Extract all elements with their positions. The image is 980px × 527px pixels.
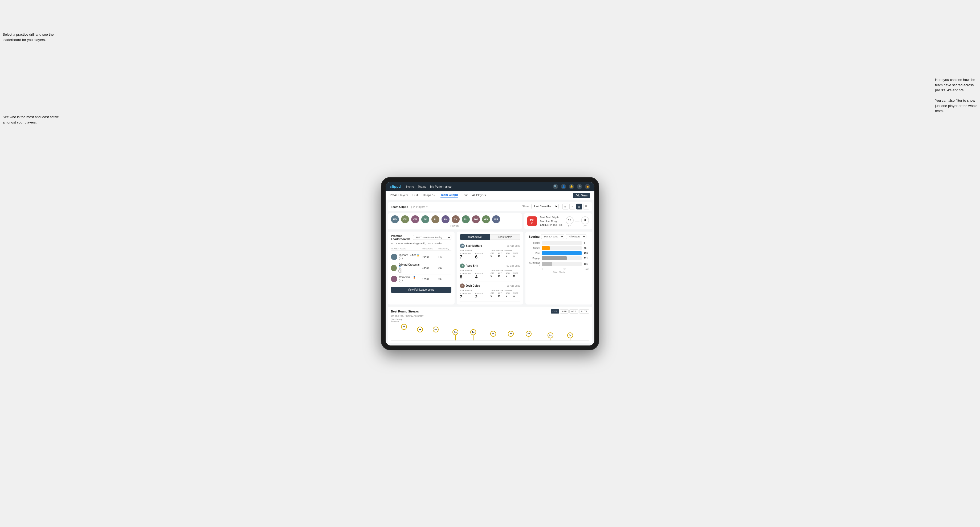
streak-point-7: 4x <box>508 331 514 340</box>
scoring-filter-players[interactable]: All Players <box>566 234 586 239</box>
tab-most-active[interactable]: Most Active <box>460 234 490 240</box>
chart-row-birdies: Birdies 96 <box>529 246 589 250</box>
avatar-9[interactable]: BM <box>472 215 480 223</box>
avatar-8[interactable]: RH <box>462 215 470 223</box>
streak-point-6: 4x <box>490 331 496 340</box>
search-icon[interactable]: 🔍 <box>553 184 558 189</box>
person-icon[interactable]: 👤 <box>561 184 566 189</box>
show-label: Show: <box>522 205 530 208</box>
activity-name-2: RB Rees Britt <box>460 264 478 268</box>
avatar-4[interactable]: JC <box>421 215 429 223</box>
avatar-5[interactable]: PL <box>431 215 439 223</box>
streak-btn-app[interactable]: APP <box>560 309 568 314</box>
avatar-1[interactable]: RB <box>391 215 399 223</box>
rounds-group-1: Total Rounds Tournament 7 Practice 6 <box>460 249 490 260</box>
shot-dist-detail: Shot Dist: 16 yds <box>540 215 562 219</box>
subnav-all-players[interactable]: All Players <box>472 194 486 197</box>
bell-icon[interactable]: 🔔 <box>569 184 574 189</box>
right-circle-label: yds <box>581 224 589 226</box>
team-name: Team Clippd <box>391 205 408 208</box>
card-view-icon[interactable]: ▦ <box>576 204 582 210</box>
chart-bar-container-double-bogeys <box>542 262 582 266</box>
activity-date-2: 02 Sep 2023 <box>506 265 520 267</box>
player-info-1: Richard Butler 🥇 1 <box>391 254 422 260</box>
screen: clippd Home Teams My Performance 🔍 👤 🔔 ⚙… <box>386 182 594 346</box>
activity-avatar-1: BM <box>460 243 465 248</box>
avatar-6[interactable]: AM <box>442 215 450 223</box>
chart-value-birdies: 96 <box>584 247 589 249</box>
scoring-filter-par[interactable]: Par 3, 4 & 5s <box>541 234 564 239</box>
player-name-3: Cameron... 🥉 <box>399 276 416 279</box>
chart-bar-double-bogeys <box>542 262 552 266</box>
score-2: 18/20 <box>422 267 438 269</box>
streak-badge-5: 5x <box>470 329 476 335</box>
streak-btn-ott[interactable]: OTT <box>551 309 559 314</box>
avatar-icon[interactable]: 🧑 <box>585 184 590 189</box>
app-group-1: APP 0 <box>498 252 505 257</box>
chart-bar-birdies <box>542 246 550 250</box>
streak-point-2: 6x <box>417 327 423 340</box>
chart-row-bogeys: Bogeys 311 <box>529 256 589 260</box>
nav-home[interactable]: Home <box>406 185 414 188</box>
ott-group-1: OTT 0 <box>490 252 498 257</box>
avg-2: 107 <box>438 267 451 269</box>
chart-value-double-bogeys: 131 <box>584 263 589 265</box>
activity-row-3: JC Josh Coles 26 Aug 2023 Total Rounds T… <box>460 282 520 302</box>
practice-label-1: Practice <box>475 252 490 255</box>
streak-point-10: 3x <box>567 332 573 340</box>
streak-badge-10: 3x <box>567 332 573 338</box>
activities-nums-2: OTT0 APP0 ARG0 PUTT0 <box>490 272 520 277</box>
rounds-label-1: Total Rounds <box>460 249 490 252</box>
show-dropdown[interactable]: Last 3 months Last 6 months Last 12 mont… <box>531 204 559 209</box>
nav-icons: 🔍 👤 🔔 ⚙ 🧑 <box>553 184 590 189</box>
streak-btn-putt[interactable]: PUTT <box>579 309 589 314</box>
streak-point-3: 6x <box>433 327 439 340</box>
activities-label-3: Total Practice Activities <box>490 289 520 292</box>
player-name-rank-2: Edward Crossman 🥈 2 <box>398 263 422 273</box>
putt-group-1: PUTT 1 <box>513 252 520 257</box>
view-icons: ⊞ ≡ ▦ ☰ <box>562 204 589 210</box>
practice-group-2: Practice 4 <box>475 272 490 279</box>
subnav-pga[interactable]: PGA <box>412 194 418 197</box>
subnav-team-clippd[interactable]: Team Clippd <box>441 193 458 197</box>
activity-avatar-2: RB <box>460 264 465 268</box>
activity-date-3: 26 Aug 2023 <box>507 284 520 287</box>
scoring-card: Scoring Par 3, 4 & 5s All Players Eagles <box>525 232 592 305</box>
add-team-button[interactable]: Add Team <box>573 193 590 198</box>
streak-btn-arg[interactable]: ARG <box>570 309 578 314</box>
leaderboard-row-3: Cameron... 🥉 3 17/20 103 <box>391 275 451 284</box>
subnav-tour[interactable]: Tour <box>462 194 468 197</box>
streak-badge-4: 5x <box>452 329 458 335</box>
streak-line-9 <box>550 338 550 340</box>
subnav-hcaps[interactable]: Hcaps 1-5 <box>423 194 436 197</box>
col-pb-avg: PB AVG SQ <box>438 248 451 250</box>
avg-1: 110 <box>438 256 451 259</box>
avg-3: 103 <box>438 278 451 281</box>
leaderboard-dropdown[interactable]: PUTT Must Make Putting ... <box>413 235 451 240</box>
avatar-11[interactable]: WP <box>492 215 500 223</box>
chart-label-birdies: Birdies <box>529 247 540 249</box>
settings-icon[interactable]: ⚙ <box>577 184 582 189</box>
rounds-group-3: Total Rounds Tournament 7 Practice 2 <box>460 289 490 300</box>
rounds-row-1: Tournament 7 Practice 6 <box>460 252 490 259</box>
tournament-label-1: Tournament <box>460 252 474 255</box>
avatar-7[interactable]: TK <box>452 215 460 223</box>
view-full-leaderboard-button[interactable]: View Full Leaderboard <box>391 287 451 293</box>
grid-view-icon[interactable]: ⊞ <box>562 204 568 210</box>
tab-least-active[interactable]: Least Active <box>490 234 520 240</box>
nav-my-performance[interactable]: My Performance <box>430 185 452 188</box>
chart-label-eagles: Eagles <box>529 242 540 244</box>
activity-row-2: RB Rees Britt 02 Sep 2023 Total Rounds T… <box>460 262 520 282</box>
nav-teams[interactable]: Teams <box>418 185 426 188</box>
avatar-3[interactable]: CM <box>411 215 419 223</box>
practice-val-1: 6 <box>475 255 490 259</box>
tablet-frame: clippd Home Teams My Performance 🔍 👤 🔔 ⚙… <box>381 177 599 350</box>
list-view-icon[interactable]: ☰ <box>583 204 589 210</box>
avatar-10[interactable]: GS <box>482 215 490 223</box>
chart-value-eagles: 3 <box>584 242 589 244</box>
avatar-2[interactable]: EC <box>401 215 409 223</box>
table-view-icon[interactable]: ≡ <box>570 204 575 210</box>
subnav-pgat[interactable]: PGAT Players <box>390 194 408 197</box>
streak-point-1: 7x <box>401 324 407 340</box>
sub-nav: PGAT Players PGA Hcaps 1-5 Team Clippd T… <box>386 191 594 200</box>
